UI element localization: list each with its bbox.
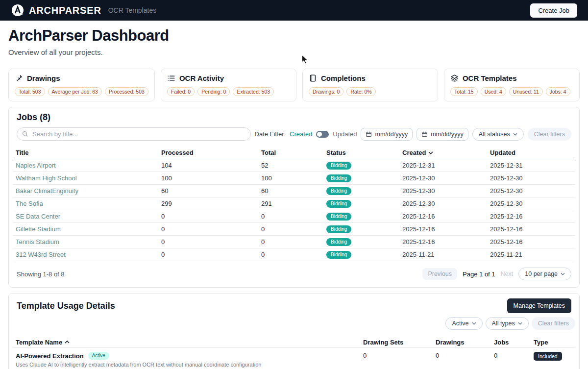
job-title-link[interactable]: 312 W43rd Street	[16, 251, 161, 258]
job-processed: 100	[161, 174, 261, 182]
template-status-value: Active	[452, 320, 468, 327]
sort-asc-icon	[65, 341, 70, 344]
layers-icon	[450, 74, 459, 82]
search-input[interactable]	[32, 130, 245, 138]
stat-badge: Pending: 0	[197, 87, 230, 96]
job-title-link[interactable]: Bakar ClimatEnginuity	[16, 187, 161, 195]
stat-badge: Processed: 503	[105, 87, 148, 96]
per-page-value: 10 per page	[525, 271, 558, 277]
sort-desc-icon	[428, 151, 433, 154]
search-icon	[22, 131, 28, 137]
showing-count: Showing 1-8 of 8	[17, 271, 65, 278]
job-processed: 104	[161, 162, 261, 169]
stat-badge: Drawings: 0	[309, 87, 343, 96]
job-processed: 0	[161, 238, 261, 246]
job-title-link[interactable]: The Sofia	[16, 200, 161, 207]
column-header-updated: Updated	[490, 149, 575, 156]
template-clear-filters-button[interactable]: Clear filters	[532, 317, 575, 330]
job-row: The Sofia 299 291 Bidding 2025-12-30 202…	[13, 197, 575, 210]
template-type-value: All types	[492, 320, 515, 327]
manage-templates-button[interactable]: Manage Templates	[507, 298, 571, 313]
job-updated-date: 2025-12-30	[490, 200, 575, 207]
template-name: AI-Powered Extraction	[16, 352, 84, 360]
date-filter-created-option[interactable]: Created	[290, 130, 312, 138]
create-job-button[interactable]: Create Job	[530, 3, 577, 18]
column-header-processed: Processed	[161, 149, 261, 156]
clear-filters-button[interactable]: Clear filters	[528, 128, 571, 141]
notebook-icon	[309, 74, 317, 82]
status-filter-value: All statuses	[479, 131, 510, 138]
job-title-link[interactable]: Waltham High School	[16, 174, 161, 182]
jobs-panel: Jobs (8) Date Filter: Created Updated mm…	[8, 107, 580, 288]
job-created-date: 2025-12-16	[402, 225, 490, 233]
job-updated-date: 2025-12-16	[490, 225, 575, 233]
date-filter-label: Date Filter:	[255, 130, 286, 138]
next-page-button[interactable]: Next	[501, 271, 514, 277]
date-to-input[interactable]: mm/dd/yyyy	[416, 128, 468, 141]
date-from-value: mm/dd/yyyy	[375, 131, 408, 138]
job-row: Tennis Stadium 0 0 Bidding 2025-12-16 20…	[13, 236, 575, 248]
chevron-down-icon	[561, 272, 565, 275]
job-updated-date: 2025-12-16	[490, 238, 575, 246]
stat-badge: Total: 15	[450, 87, 478, 96]
template-drawing-sets: 0	[363, 352, 436, 359]
job-title-link[interactable]: Tennis Stadium	[16, 238, 161, 246]
date-from-input[interactable]: mm/dd/yyyy	[361, 128, 413, 141]
job-processed: 299	[161, 200, 261, 207]
column-header-total: Total	[261, 149, 326, 156]
job-status-badge: Bidding	[326, 251, 351, 259]
template-status-select[interactable]: Active	[445, 317, 482, 330]
column-header-template-name[interactable]: Template Name	[16, 339, 363, 346]
jobs-table: Title Processed Total Status Created Upd…	[13, 147, 575, 261]
job-status-badge: Bidding	[326, 174, 351, 182]
template-jobs: 0	[494, 352, 534, 359]
archparser-logo-icon	[11, 3, 24, 17]
job-title-link[interactable]: Naples Airport	[16, 162, 161, 169]
job-total: 60	[261, 187, 326, 195]
template-usage-panel: Template Usage Details Manage Templates …	[8, 293, 580, 369]
template-filters-row: Active All types Clear filters	[13, 313, 575, 337]
page-subtitle: Overview of all your projects.	[8, 48, 580, 56]
brand-name: ARCHPARSER	[29, 5, 101, 16]
job-created-date: 2025-12-30	[402, 174, 490, 182]
stat-badge: Used: 4	[481, 87, 506, 96]
job-updated-date: 2025-12-16	[490, 213, 575, 220]
calendar-icon	[366, 131, 372, 137]
job-row: SE Data Center 0 0 Bidding 2025-12-16 20…	[13, 210, 575, 223]
stat-card-completions: Completions Drawings: 0 Rate: 0%	[302, 69, 438, 101]
job-status-badge: Bidding	[326, 213, 351, 221]
job-updated-date: 2025-12-31	[490, 162, 575, 169]
template-row: AI-Powered Extraction Active Uses Claude…	[13, 348, 575, 369]
page-title: ArchParser Dashboard	[8, 27, 580, 45]
template-type-select[interactable]: All types	[486, 317, 529, 330]
status-filter-select[interactable]: All statuses	[472, 128, 524, 141]
brand[interactable]: ARCHPARSER	[11, 3, 101, 17]
job-total: 0	[261, 251, 326, 258]
date-filter-toggle[interactable]	[316, 131, 329, 138]
job-created-date: 2025-12-31	[402, 162, 490, 169]
job-processed: 60	[161, 187, 261, 195]
templates-table-header: Template Name Drawing Sets Drawings Jobs…	[13, 337, 575, 348]
previous-page-button[interactable]: Previous	[422, 268, 457, 280]
job-updated-date: 2025-12-30	[490, 174, 575, 182]
job-created-date: 2025-11-21	[402, 251, 490, 258]
per-page-select[interactable]: 10 per page	[518, 268, 571, 280]
toggle-knob	[317, 132, 322, 137]
jobs-filter-row: Date Filter: Created Updated mm/dd/yyyy …	[13, 123, 575, 147]
job-title-link[interactable]: SE Data Center	[16, 213, 161, 220]
column-header-created[interactable]: Created	[402, 149, 490, 156]
job-total: 0	[261, 213, 326, 220]
column-header-title: Title	[16, 149, 161, 156]
pushpin-icon	[15, 74, 23, 82]
job-row: Naples Airport 104 52 Bidding 2025-12-31…	[13, 159, 575, 172]
template-active-badge: Active	[88, 352, 109, 360]
job-total: 0	[261, 238, 326, 246]
templates-table: Template Name Drawing Sets Drawings Jobs…	[13, 337, 575, 369]
template-drawings: 0	[436, 352, 494, 359]
chevron-down-icon	[472, 322, 476, 325]
topbar-section-label: OCR Templates	[108, 6, 157, 14]
jobs-table-header: Title Processed Total Status Created Upd…	[13, 147, 575, 159]
jobs-table-footer: Showing 1-8 of 8 Previous Page 1 of 1 Ne…	[13, 261, 575, 283]
date-filter-updated-option[interactable]: Updated	[333, 130, 357, 138]
job-title-link[interactable]: Gillette Stadium	[16, 225, 161, 233]
